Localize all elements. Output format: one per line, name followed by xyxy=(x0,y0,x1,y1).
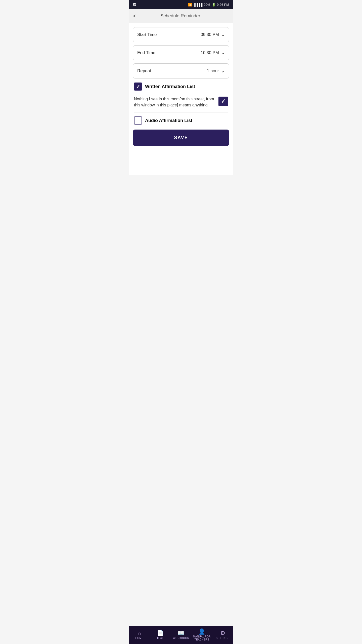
signal-icon: ▐▐▐▐ xyxy=(193,3,203,7)
repeat-label: Repeat xyxy=(137,68,151,73)
header: < Schedule Reminder xyxy=(129,9,233,23)
clock: 9:26 PM xyxy=(217,3,229,7)
written-affirmation-label: Written Affirmation List xyxy=(145,84,195,89)
start-time-chevron-icon: ⌄ xyxy=(221,32,225,37)
audio-affirmation-section: ✓ Audio Affirmation List xyxy=(134,116,228,125)
status-photo-icon: 🖼 xyxy=(133,3,136,7)
back-button[interactable]: < xyxy=(133,13,136,19)
status-icons: 📶 ▐▐▐▐ 99% 🔋 9:26 PM xyxy=(188,3,229,7)
start-time-label: Start Time xyxy=(137,32,157,37)
affirmation-item-checkbox[interactable]: ✓ xyxy=(218,97,228,106)
affirmation-item: Nothing I see in this room[on this stree… xyxy=(134,94,228,112)
repeat-dropdown[interactable]: Repeat 1 hour ⌄ xyxy=(133,63,229,78)
status-bar: 🖼 📶 ▐▐▐▐ 99% 🔋 9:26 PM xyxy=(129,0,233,9)
written-affirmation-header: ✓ Written Affirmation List xyxy=(134,83,228,91)
start-time-dropdown[interactable]: Start Time 09:30 PM ⌄ xyxy=(133,27,229,42)
wifi-icon: 📶 xyxy=(188,3,192,7)
page-title: Schedule Reminder xyxy=(139,13,221,19)
repeat-chevron-icon: ⌄ xyxy=(221,68,225,74)
written-affirmation-checkmark: ✓ xyxy=(136,84,140,89)
affirmation-text: Nothing I see in this room[on this stree… xyxy=(134,96,215,108)
repeat-value: 1 hour ⌄ xyxy=(207,68,225,74)
end-time-label: End Time xyxy=(137,50,155,55)
audio-affirmation-checkbox[interactable]: ✓ xyxy=(134,116,142,125)
save-button[interactable]: SAVE xyxy=(133,130,229,146)
main-content: Start Time 09:30 PM ⌄ End Time 10:30 PM … xyxy=(129,23,233,175)
battery-percent: 99% xyxy=(204,3,210,7)
bottom-spacer xyxy=(133,151,229,171)
written-affirmation-checkbox[interactable]: ✓ xyxy=(134,83,142,91)
start-time-value: 09:30 PM ⌄ xyxy=(201,32,225,37)
affirmation-item-checkmark: ✓ xyxy=(221,98,225,105)
battery-icon: 🔋 xyxy=(212,3,216,7)
end-time-dropdown[interactable]: End Time 10:30 PM ⌄ xyxy=(133,45,229,60)
end-time-value: 10:30 PM ⌄ xyxy=(201,50,225,56)
end-time-chevron-icon: ⌄ xyxy=(221,50,225,56)
audio-affirmation-label: Audio Affirmation List xyxy=(145,118,192,123)
written-affirmation-section: ✓ Written Affirmation List Nothing I see… xyxy=(133,83,229,125)
